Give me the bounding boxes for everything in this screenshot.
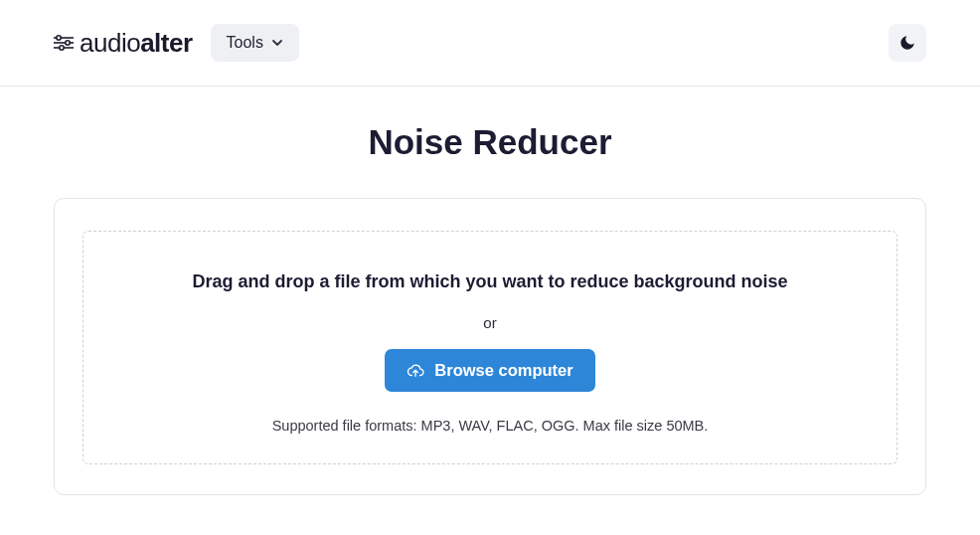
dark-mode-toggle[interactable] [889, 24, 926, 62]
upload-card: Drag and drop a file from which you want… [54, 198, 926, 495]
dropzone[interactable]: Drag and drop a file from which you want… [82, 231, 898, 464]
moon-icon [898, 34, 916, 52]
drop-instruction: Drag and drop a file from which you want… [107, 271, 873, 292]
topbar-left: audioalter Tools [54, 24, 299, 62]
brand-logo[interactable]: audioalter [54, 28, 193, 59]
brand-text: audioalter [80, 28, 193, 59]
browse-button[interactable]: Browse computer [385, 349, 594, 392]
svg-point-1 [57, 36, 61, 40]
chevron-down-icon [271, 37, 283, 49]
topbar: audioalter Tools [0, 0, 980, 87]
supported-formats: Supported file formats: MP3, WAV, FLAC, … [107, 418, 873, 434]
or-separator: or [107, 314, 873, 331]
page-title: Noise Reducer [54, 122, 926, 162]
browse-label: Browse computer [434, 361, 572, 380]
main: Noise Reducer Drag and drop a file from … [0, 87, 980, 495]
sliders-icon [54, 35, 74, 51]
svg-point-5 [60, 46, 64, 50]
tools-dropdown[interactable]: Tools [211, 24, 299, 62]
tools-label: Tools [227, 34, 263, 52]
svg-point-3 [66, 41, 70, 45]
cloud-upload-icon [407, 362, 424, 380]
